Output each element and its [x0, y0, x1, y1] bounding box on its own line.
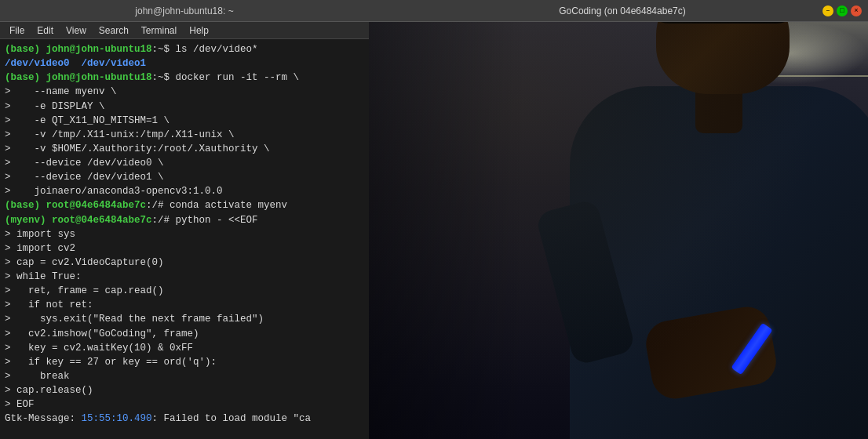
- webcam-window-controls: – □ ×: [822, 5, 862, 16]
- terminal-body: (base) john@john-ubuntu18:~$ ls /dev/vid…: [0, 39, 369, 439]
- terminal-line-14: > import sys: [5, 227, 364, 241]
- maximize-button[interactable]: □: [837, 5, 848, 16]
- terminal-line-15: > import cv2: [5, 241, 364, 256]
- webcam-body: [369, 22, 868, 439]
- terminal-line-5: > -e DISPLAY \: [5, 100, 364, 114]
- menu-search[interactable]: Search: [93, 25, 135, 36]
- menu-file[interactable]: File: [3, 25, 31, 36]
- terminal-line-13: (myenv) root@04e6484abe7c:/# python - <<…: [5, 213, 364, 227]
- menu-view[interactable]: View: [60, 25, 93, 36]
- terminal-line-10: > --device /dev/video1 \: [5, 170, 364, 184]
- terminal-line-27: Gtk-Message: 15:55:10.490: Failed to loa…: [5, 412, 364, 426]
- terminal-line-19: > if not ret:: [5, 298, 364, 312]
- terminal-line-17: > while True:: [5, 270, 364, 284]
- terminal-menubar: File Edit View Search Terminal Help: [0, 22, 369, 39]
- left-shadow: [369, 22, 526, 439]
- webcam-titlebar: GoCoding (on 04e6484abe7c) – □ ×: [369, 0, 868, 22]
- terminal-line-7: > -v /tmp/.X11-unix:/tmp/.X11-unix \: [5, 128, 364, 142]
- terminal-line-21: > cv2.imshow("GoCoding", frame): [5, 327, 364, 341]
- terminal-line-20: > sys.exit("Read the next frame failed"): [5, 312, 364, 326]
- close-button[interactable]: ×: [851, 5, 862, 16]
- terminal-titlebar: john@john-ubuntu18: ~: [0, 0, 369, 22]
- terminal-line-9: > --device /dev/video0 \: [5, 156, 364, 170]
- terminal-line-1: (base) john@john-ubuntu18:~$ ls /dev/vid…: [5, 42, 364, 56]
- terminal-line-25: > cap.release(): [5, 383, 364, 397]
- terminal-line-2: /dev/video0 /dev/video1: [5, 56, 364, 71]
- terminal-line-8: > -v $HOME/.Xauthority:/root/.Xauthority…: [5, 142, 364, 156]
- terminal-line-3: (base) john@john-ubuntu18:~$ docker run …: [5, 71, 364, 85]
- terminal-line-26: > EOF: [5, 397, 364, 412]
- menu-edit[interactable]: Edit: [31, 25, 60, 36]
- menu-terminal[interactable]: Terminal: [135, 25, 183, 36]
- terminal-line-12: (base) root@04e6484abe7c:/# conda activa…: [5, 198, 364, 212]
- webcam-window: GoCoding (on 04e6484abe7c) – □ ×: [369, 0, 868, 439]
- menu-help[interactable]: Help: [183, 25, 215, 36]
- terminal-line-16: > cap = cv2.VideoCapture(0): [5, 256, 364, 270]
- webcam-title: GoCoding (on 04e6484abe7c): [422, 5, 822, 16]
- terminal-line-18: > ret, frame = cap.read(): [5, 284, 364, 298]
- terminal-line-4: > --name myenv \: [5, 85, 364, 99]
- terminal-line-23: > if key == 27 or key == ord('q'):: [5, 355, 364, 369]
- terminal-line-24: > break: [5, 369, 364, 383]
- terminal-line-22: > key = cv2.waitKey(10) & 0xFF: [5, 341, 364, 355]
- minimize-button[interactable]: –: [822, 5, 833, 16]
- terminal-window: john@john-ubuntu18: ~ File Edit View Sea…: [0, 0, 369, 439]
- terminal-title: john@john-ubuntu18: ~: [135, 5, 233, 16]
- terminal-line-11: > joinaero/anaconda3-opencv3:1.0.0: [5, 184, 364, 198]
- webcam-scene: [369, 22, 868, 439]
- terminal-line-6: > -e QT_X11_NO_MITSHM=1 \: [5, 114, 364, 128]
